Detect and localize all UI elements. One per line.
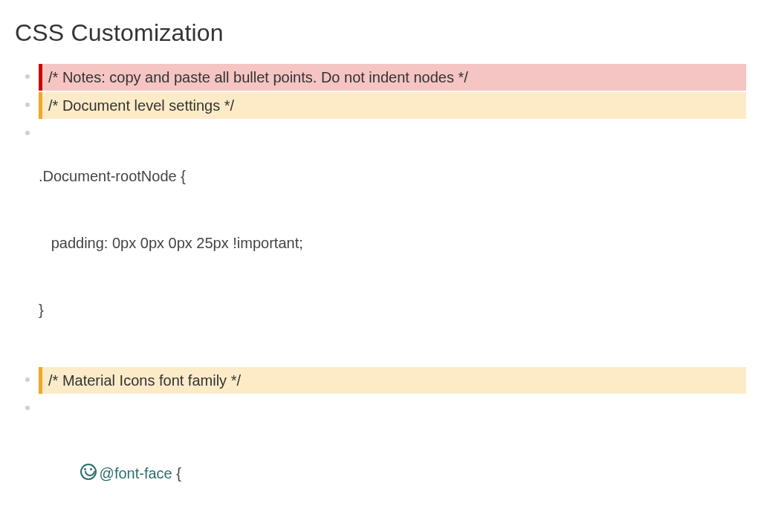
bullet-item: /* Notes: copy and paste all bullet poin…: [15, 64, 746, 91]
bullet-item: /* Document level settings */: [15, 92, 746, 119]
comment-note-yellow: /* Material Icons font family */: [39, 367, 746, 394]
at-rule: @font-face: [100, 465, 172, 481]
bullet-item: @font-face { font-family: 'Material Icon…: [15, 395, 746, 532]
bullet-item: /* Material Icons font family */: [15, 367, 746, 394]
code-block: .Document-rootNode { padding: 0px 0px 0p…: [39, 120, 746, 366]
code-line: }: [39, 299, 746, 321]
comment-note-red: /* Notes: copy and paste all bullet poin…: [39, 64, 746, 91]
code-line: padding: 0px 0px 0px 25px !important;: [39, 232, 746, 254]
code-block-fontface: @font-face { font-family: 'Material Icon…: [39, 395, 746, 532]
comment-note-yellow: /* Document level settings */: [39, 92, 746, 119]
page-title: CSS Customization: [15, 15, 746, 51]
emoji-face-icon: [80, 464, 97, 480]
bullet-item: .Document-rootNode { padding: 0px 0px 0p…: [15, 120, 746, 366]
code-line: @font-face {: [39, 440, 746, 507]
code-line: .Document-rootNode {: [39, 165, 746, 187]
css-outline: /* Notes: copy and paste all bullet poin…: [15, 64, 746, 532]
